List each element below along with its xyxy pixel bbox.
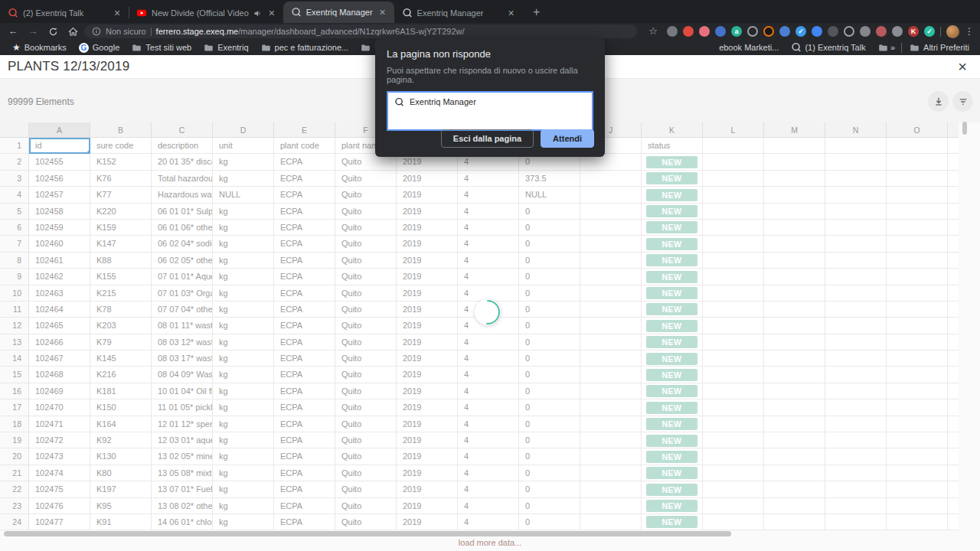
grid-cell[interactable] [825,383,887,399]
grid-cell[interactable]: kg [213,171,274,187]
grid-cell[interactable]: ECPA [274,253,335,269]
grid-cell[interactable]: 2019 [397,367,458,383]
grid-cell[interactable]: Quito [335,367,397,383]
grid-cell[interactable]: description [152,138,213,154]
grid-cell[interactable]: sure code [90,138,152,154]
grid-cell[interactable]: 0 [519,465,580,481]
grid-cell[interactable] [825,285,887,302]
grid-cell[interactable]: 07 01 03* Organic [152,285,213,302]
grid-cell[interactable] [764,171,825,187]
grid-cell[interactable]: 2019 [397,416,458,432]
grid-cell[interactable] [764,399,825,416]
grid-cell[interactable]: Quito [335,220,397,236]
bookmark-item[interactable]: Anime [872,43,890,53]
grid-cell[interactable]: 4 [458,399,519,416]
grid-cell[interactable]: Quito [335,416,397,432]
column-header-L[interactable]: L [703,122,764,138]
forward-icon[interactable]: → [24,24,41,38]
grid-cell[interactable]: ECPA [274,448,335,465]
grid-cell[interactable] [580,399,642,416]
grid-cell[interactable]: 102456 [29,171,90,187]
grid-cell[interactable] [825,269,887,285]
grid-cell[interactable]: ECPA [274,432,335,448]
grid-cell[interactable] [580,334,642,350]
grid-cell[interactable]: Quito [335,514,397,530]
grid-cell[interactable] [764,138,825,154]
bookmark-item[interactable]: GGoogle [73,43,126,53]
grid-cell[interactable] [764,187,825,203]
grid-cell[interactable]: kg [213,383,274,399]
grid-cell[interactable]: NEW [642,187,703,203]
extension-icon[interactable] [828,26,838,37]
grid-cell[interactable] [887,236,948,252]
grid-cell[interactable]: 0 [519,334,580,350]
row-number[interactable]: 18 [0,416,29,432]
grid-cell[interactable]: 4 [458,514,519,530]
horizontal-scrollbar[interactable] [4,531,731,536]
grid-cell[interactable]: kg [213,302,274,318]
row-number[interactable]: 1 [0,138,29,154]
row-number[interactable]: 9 [0,269,29,285]
grid-cell[interactable]: 4 [458,383,519,399]
grid-cell[interactable]: kg [213,204,274,220]
grid-cell[interactable] [764,383,825,399]
grid-cell[interactable]: 102475 [29,481,90,497]
grid-cell[interactable] [703,432,764,448]
grid-cell[interactable]: 102461 [29,253,90,269]
grid-cell[interactable]: ECPA [274,465,335,481]
extension-icon[interactable] [683,26,694,37]
grid-cell[interactable]: 0 [519,498,580,514]
row-number[interactable]: 23 [0,498,29,514]
grid-cell[interactable] [764,416,825,432]
grid-cell[interactable]: NEW [642,367,703,383]
grid-cell[interactable] [703,204,764,220]
grid-cell[interactable]: 2019 [397,253,458,269]
bookmark-item[interactable]: ebook Marketi... [713,43,785,52]
grid-cell[interactable] [764,465,825,481]
grid-cell[interactable]: 2019 [397,285,458,302]
grid-cell[interactable] [764,481,825,497]
extension-icon[interactable] [844,26,854,37]
grid-cell[interactable]: kg [213,236,274,252]
row-number[interactable]: 15 [0,367,29,383]
grid-cell[interactable]: ECPA [274,514,335,530]
grid-cell[interactable] [825,318,887,334]
extension-icon[interactable]: a [731,26,742,37]
grid-cell[interactable] [825,498,887,514]
grid-cell[interactable]: 0 [519,204,580,220]
grid-cell[interactable]: 373.5 [519,171,580,187]
grid-cell[interactable]: 10 01 04* Oil fly a [152,383,213,399]
grid-cell[interactable] [703,481,764,497]
grid-corner[interactable] [0,122,29,138]
grid-cell[interactable]: Quito [335,187,397,203]
extension-icon[interactable]: K [908,26,919,37]
wait-button[interactable]: Attendi [541,129,594,148]
grid-cell[interactable]: Quito [335,334,397,350]
grid-cell[interactable] [580,302,642,318]
grid-cell[interactable]: 2019 [397,448,458,465]
grid-cell[interactable] [764,154,825,170]
grid-cell[interactable]: K147 [90,236,152,252]
grid-cell[interactable] [703,367,764,383]
grid-cell[interactable]: 0 [519,285,580,302]
grid-cell[interactable]: 0 [519,220,580,236]
row-number[interactable]: 17 [0,399,29,416]
grid-cell[interactable]: NEW [642,498,703,514]
grid-cell[interactable]: 2019 [397,236,458,252]
grid-cell[interactable] [825,350,887,367]
grid-cell[interactable]: Quito [335,318,397,334]
row-number[interactable]: 20 [0,448,29,465]
grid-cell[interactable] [580,432,642,448]
grid-cell[interactable]: 2019 [397,171,458,187]
grid-cell[interactable] [580,465,642,481]
reload-icon[interactable] [44,24,61,38]
filter-button[interactable] [952,91,973,112]
grid-cell[interactable] [703,416,764,432]
bookmark-item[interactable]: pec e fatturazione... [255,43,355,53]
grid-cell[interactable] [764,448,825,465]
grid-cell[interactable]: 06 01 01* Sulphur [152,204,213,220]
grid-cell[interactable]: 4 [458,448,519,465]
grid-cell[interactable]: 13 05 08* mixture [152,465,213,481]
grid-cell[interactable]: K88 [90,253,152,269]
grid-cell[interactable] [703,383,764,399]
